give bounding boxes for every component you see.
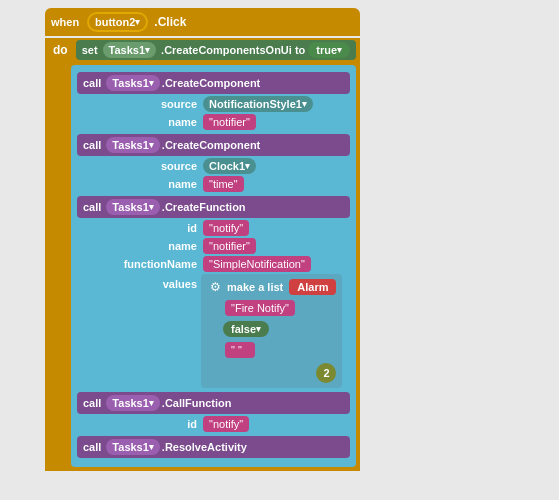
make-a-list-block: ⚙ make a list Alarm " Fire Notify xyxy=(201,274,342,388)
false-row: false xyxy=(207,321,336,337)
call-id-label: id xyxy=(97,418,197,430)
call-label-4: call xyxy=(83,397,101,409)
create-components-label: .CreateComponentsOnUi xyxy=(161,44,292,56)
simple-notification-string: " SimpleNotification " xyxy=(203,256,311,272)
tasks1-drop-1[interactable]: Tasks1 xyxy=(106,75,160,91)
name-label-3: name xyxy=(97,240,197,252)
call-function-method: .CallFunction xyxy=(162,397,232,409)
notifier-value-1: notifier xyxy=(213,116,246,128)
empty-row: " " xyxy=(207,342,336,358)
source-row-1: source NotificationStyle1 xyxy=(77,96,350,112)
name-row-3: name " notifier " xyxy=(77,238,350,254)
notification-style-dropdown[interactable]: NotificationStyle1 xyxy=(203,96,313,112)
tasks1-set-dropdown[interactable]: Tasks1 xyxy=(103,42,157,58)
gear-icon: ⚙ xyxy=(207,279,223,295)
create-function-group: call Tasks1 .CreateFunction id " notify … xyxy=(77,196,350,388)
number-block: 2 xyxy=(316,363,336,383)
to-label: to xyxy=(295,44,305,56)
source-row-2: source Clock1 xyxy=(77,158,350,174)
dot-click-label: .Click xyxy=(154,15,186,29)
id-row: id " notify " xyxy=(77,220,350,236)
tasks1-drop-2[interactable]: Tasks1 xyxy=(106,137,160,153)
name-row-1: name " notifier " xyxy=(77,114,350,130)
set-row: do set Tasks1 .CreateComponentsOnUi to t… xyxy=(49,38,356,62)
list-header-row: ⚙ make a list Alarm xyxy=(207,279,336,295)
workspace: when button2 .Click do set Tasks1 .Creat… xyxy=(0,0,559,500)
notifier-string-1: " notifier " xyxy=(203,114,256,130)
create-component-method-2: .CreateComponent xyxy=(162,139,260,151)
create-component-time-call: call Tasks1 .CreateComponent xyxy=(77,134,350,156)
when-label: when xyxy=(51,16,81,28)
main-block-container: when button2 .Click do set Tasks1 .Creat… xyxy=(45,8,360,471)
set-label: set xyxy=(82,44,98,56)
do-area: do set Tasks1 .CreateComponentsOnUi to t… xyxy=(45,38,360,471)
quote-close-1: " xyxy=(246,116,250,128)
do-label: do xyxy=(49,41,72,59)
make-a-list-label: make a list xyxy=(227,281,283,293)
false-dropdown[interactable]: false xyxy=(223,321,269,337)
create-component-notifier-call: call Tasks1 .CreateComponent xyxy=(77,72,350,94)
call-label-2: call xyxy=(83,139,101,151)
alarm-block[interactable]: Alarm xyxy=(289,279,336,295)
create-component-time-group: call Tasks1 .CreateComponent source Cloc… xyxy=(77,134,350,192)
call-label-3: call xyxy=(83,201,101,213)
create-component-notifier-group: call Tasks1 .CreateComponent source Noti… xyxy=(77,72,350,130)
call-function-group: call Tasks1 .CallFunction id " notify " xyxy=(77,392,350,432)
call-label-1: call xyxy=(83,77,101,89)
values-row: values ⚙ make a list Alarm xyxy=(77,274,350,388)
name-label-1: name xyxy=(97,116,197,128)
resolve-activity-call: call Tasks1 .ResolveActivity xyxy=(77,436,350,458)
function-name-row: functionName " SimpleNotification " xyxy=(77,256,350,272)
call-label-5: call xyxy=(83,441,101,453)
create-component-method-1: .CreateComponent xyxy=(162,77,260,89)
notifier-string-3: " notifier " xyxy=(203,238,256,254)
set-block: set Tasks1 .CreateComponentsOnUi to true xyxy=(76,40,356,60)
resolve-activity-method: .ResolveActivity xyxy=(162,441,247,453)
call-notify-string: " notify " xyxy=(203,416,249,432)
inner-call-section: call Tasks1 .CreateComponent source Noti… xyxy=(71,65,356,467)
source-label-1: source xyxy=(97,98,197,110)
tasks1-drop-5[interactable]: Tasks1 xyxy=(106,439,160,455)
fire-notify-row: " Fire Notify " xyxy=(207,300,336,316)
create-function-method: .CreateFunction xyxy=(162,201,246,213)
tasks1-drop-3[interactable]: Tasks1 xyxy=(106,199,160,215)
time-value: time xyxy=(213,178,234,190)
tasks1-drop-4[interactable]: Tasks1 xyxy=(106,395,160,411)
fire-notify-string: " Fire Notify " xyxy=(225,300,295,316)
function-name-label: functionName xyxy=(97,258,197,270)
clock1-dropdown[interactable]: Clock1 xyxy=(203,158,256,174)
create-function-call: call Tasks1 .CreateFunction xyxy=(77,196,350,218)
call-function-call: call Tasks1 .CallFunction xyxy=(77,392,350,414)
name-label-2: name xyxy=(97,178,197,190)
call-id-row: id " notify " xyxy=(77,416,350,432)
when-row: when button2 .Click xyxy=(45,8,360,36)
source-label-2: source xyxy=(97,160,197,172)
button2-dropdown[interactable]: button2 xyxy=(87,12,148,32)
notify-id-string: " notify " xyxy=(203,220,249,236)
resolve-activity-group: call Tasks1 .ResolveActivity xyxy=(77,436,350,458)
number-row: 2 xyxy=(207,363,336,383)
values-label: values xyxy=(97,278,197,290)
time-string: " time " xyxy=(203,176,244,192)
id-label: id xyxy=(97,222,197,234)
quote-close-2: " xyxy=(234,178,238,190)
true-dropdown[interactable]: true xyxy=(308,42,350,58)
empty-string: " " xyxy=(225,342,255,358)
name-row-2: name " time " xyxy=(77,176,350,192)
